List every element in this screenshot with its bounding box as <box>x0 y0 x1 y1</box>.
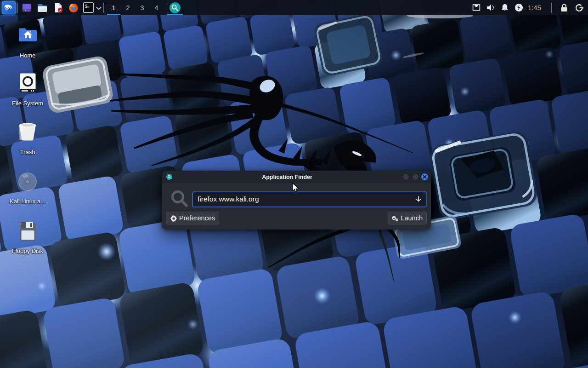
svg-text:$: $ <box>85 4 88 9</box>
